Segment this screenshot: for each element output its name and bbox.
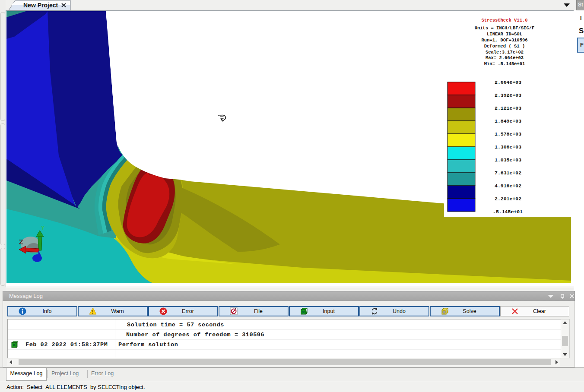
svg-text:Y: Y bbox=[41, 225, 44, 231]
svg-text:1.849e+03: 1.849e+03 bbox=[495, 118, 521, 124]
svg-text:2.664e+03: 2.664e+03 bbox=[495, 79, 521, 85]
svg-text:1.578e+03: 1.578e+03 bbox=[495, 131, 521, 137]
svg-text:2.392e+03: 2.392e+03 bbox=[495, 92, 521, 98]
svg-text:2.121e+03: 2.121e+03 bbox=[495, 105, 521, 111]
svg-text:-5.145e+01: -5.145e+01 bbox=[493, 209, 523, 215]
svg-text:1.306e+03: 1.306e+03 bbox=[495, 144, 521, 150]
svg-text:1.035e+03: 1.035e+03 bbox=[495, 157, 521, 163]
svg-text:4.916e+02: 4.916e+02 bbox=[495, 183, 521, 189]
svg-text:2.201e+02: 2.201e+02 bbox=[495, 196, 521, 202]
svg-text:7.631e+02: 7.631e+02 bbox=[495, 170, 521, 176]
svg-text:New Project: New Project bbox=[23, 2, 58, 9]
